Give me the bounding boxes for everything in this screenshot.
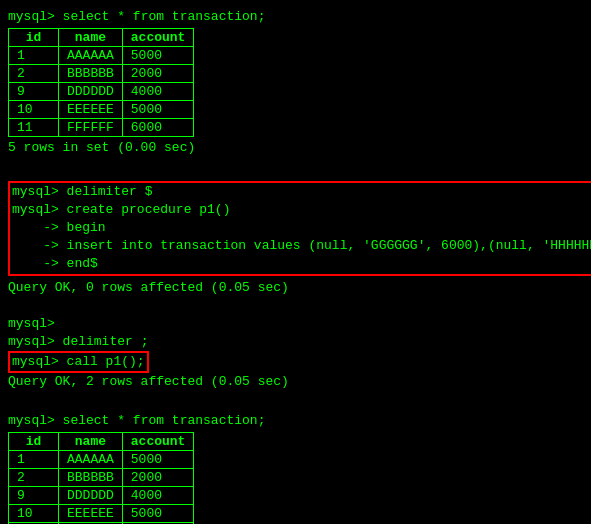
query-ok-1: Query OK, 0 rows affected (0.05 sec) [8, 279, 583, 297]
result-text-1: 5 rows in set (0.00 sec) [8, 139, 583, 157]
cell-id: 1 [9, 47, 59, 65]
prompt1: mysql> [8, 9, 55, 24]
delimiter-line-1: mysql> delimiter $ [12, 183, 591, 201]
cell-name: FFFFFF [59, 119, 123, 137]
section3: mysql> mysql> delimiter ; mysql> call p1… [8, 315, 583, 392]
end-line: -> end$ [12, 255, 591, 273]
blank-line-3 [8, 394, 583, 412]
cell-id: 10 [9, 505, 59, 523]
terminal: mysql> select * from transaction; id nam… [8, 8, 583, 524]
result-table-1: id name account 1 AAAAAA 5000 2 BBBBBB 2… [8, 28, 194, 137]
section4: mysql> select * from transaction; id nam… [8, 412, 583, 524]
cell-name: AAAAAA [59, 451, 123, 469]
cell-name: BBBBBB [59, 65, 123, 83]
insert-line: -> insert into transaction values (null,… [12, 237, 591, 255]
cell-account: 2000 [122, 65, 194, 83]
cell-id: 9 [9, 83, 59, 101]
delimiter-reset-line: mysql> delimiter ; [8, 333, 583, 351]
table-row: 10 EEEEEE 5000 [9, 505, 194, 523]
col-account-header-2: account [122, 433, 194, 451]
cell-name: EEEEEE [59, 101, 123, 119]
result-table-2: id name account 1 AAAAAA 5000 2 BBBBBB 2… [8, 432, 194, 524]
cell-account: 5000 [122, 505, 194, 523]
table-row: 11 FFFFFF 6000 [9, 119, 194, 137]
col-account-header: account [122, 29, 194, 47]
blank-line-2 [8, 297, 583, 315]
table-row: 9 DDDDDD 4000 [9, 487, 194, 505]
table-row: 2 BBBBBB 2000 [9, 469, 194, 487]
cell-id: 2 [9, 469, 59, 487]
cell-account: 5000 [122, 451, 194, 469]
begin-line: -> begin [12, 219, 591, 237]
command-line-2: mysql> select * from transaction; [8, 412, 583, 430]
cell-account: 4000 [122, 83, 194, 101]
blank-line [8, 159, 583, 177]
cell-name: EEEEEE [59, 505, 123, 523]
cell-account: 5000 [122, 47, 194, 65]
col-id-header-2: id [9, 433, 59, 451]
cell-id: 11 [9, 119, 59, 137]
cell-name: DDDDDD [59, 487, 123, 505]
cell-account: 2000 [122, 469, 194, 487]
cell-name: BBBBBB [59, 469, 123, 487]
cell-id: 10 [9, 101, 59, 119]
col-id-header: id [9, 29, 59, 47]
call-line: mysql> call p1(); [8, 351, 149, 373]
cell-id: 9 [9, 487, 59, 505]
cell-name: AAAAAA [59, 47, 123, 65]
query-ok-2: Query OK, 2 rows affected (0.05 sec) [8, 373, 583, 391]
cell-id: 2 [9, 65, 59, 83]
command-line-1: mysql> select * from transaction; [8, 8, 583, 26]
section1: mysql> select * from transaction; id nam… [8, 8, 583, 157]
cell-account: 5000 [122, 101, 194, 119]
col-name-header: name [59, 29, 123, 47]
table-row: 10 EEEEEE 5000 [9, 101, 194, 119]
table-row: 2 BBBBBB 2000 [9, 65, 194, 83]
cell-account: 6000 [122, 119, 194, 137]
prompt2: mysql> [8, 413, 55, 428]
col-name-header-2: name [59, 433, 123, 451]
cell-id: 1 [9, 451, 59, 469]
empty-prompt: mysql> [8, 315, 583, 333]
cell-name: DDDDDD [59, 83, 123, 101]
table-row: 9 DDDDDD 4000 [9, 83, 194, 101]
cell-account: 4000 [122, 487, 194, 505]
procedure-block: mysql> delimiter $ mysql> create procedu… [8, 181, 591, 276]
table-row: 1 AAAAAA 5000 [9, 47, 194, 65]
create-proc-line: mysql> create procedure p1() [12, 201, 591, 219]
table-row: 1 AAAAAA 5000 [9, 451, 194, 469]
